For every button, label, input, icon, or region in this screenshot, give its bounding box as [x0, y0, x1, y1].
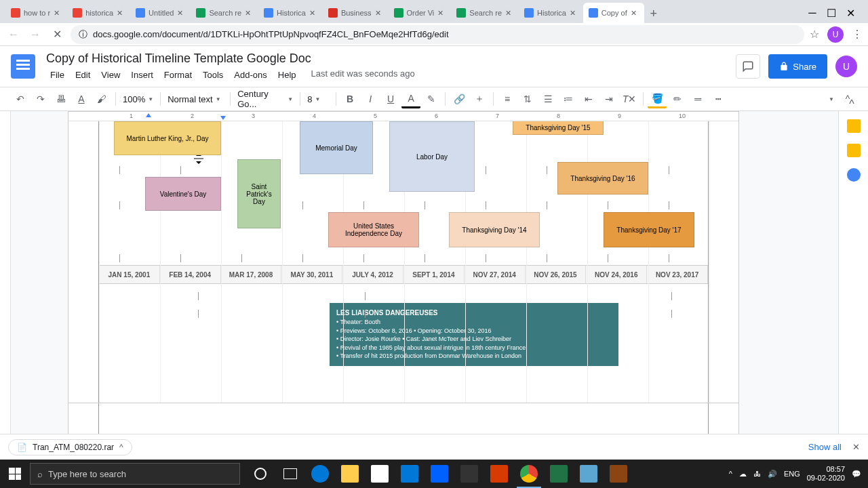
zoom-select[interactable]: 100%▼ — [120, 94, 156, 104]
address-bar[interactable]: ⓘ docs.google.com/document/d/1DTKLi-HpOh… — [71, 25, 804, 44]
numbered-list-button[interactable]: ☰ — [538, 89, 557, 108]
timeline-event[interactable]: Thanksgiving Day '16 — [557, 162, 648, 195]
text-color-button[interactable]: A — [401, 89, 420, 108]
expand-toolbar-button[interactable]: ^ — [844, 96, 860, 113]
tab-close-icon[interactable]: ✕ — [631, 9, 639, 17]
style-select[interactable]: Normal text▼ — [165, 94, 226, 104]
border-color-button[interactable]: ✏ — [668, 89, 687, 108]
browser-tab[interactable]: Search re✕ — [191, 3, 258, 23]
linespacing-button[interactable]: ⇅ — [518, 89, 537, 108]
cortana-icon[interactable] — [245, 460, 275, 488]
minimize-button[interactable]: ─ — [808, 9, 816, 17]
excel-icon[interactable] — [544, 460, 574, 488]
show-all-button[interactable]: Show all — [808, 442, 842, 452]
comments-button[interactable] — [736, 54, 760, 79]
timeline-event[interactable]: Valentine's Day — [145, 177, 221, 211]
chrome-menu-icon[interactable]: ⋮ — [852, 28, 863, 41]
back-button[interactable]: ← — [5, 26, 22, 43]
browser-tab[interactable]: Order Vi✕ — [389, 3, 452, 23]
chevron-up-icon[interactable]: ^ — [119, 443, 123, 452]
indent-marker[interactable] — [146, 113, 151, 117]
tab-close-icon[interactable]: ✕ — [309, 9, 317, 17]
browser-tab[interactable]: how to r✕ — [5, 3, 67, 23]
profile-avatar[interactable]: U — [827, 26, 844, 43]
browser-tab[interactable]: Historica✕ — [519, 3, 583, 23]
app2-icon[interactable] — [604, 460, 633, 488]
timeline-event[interactable]: Thanksgiving Day '15 — [513, 121, 604, 135]
browser-tab[interactable]: Copy of✕ — [583, 3, 644, 23]
redo-button[interactable]: ↷ — [31, 89, 50, 108]
tab-close-icon[interactable]: ✕ — [54, 9, 62, 17]
volume-icon[interactable]: 🔊 — [768, 470, 777, 479]
start-button[interactable] — [0, 460, 30, 488]
menu-view[interactable]: View — [97, 68, 124, 81]
fill-color-button[interactable]: 🪣 — [648, 89, 667, 108]
store-icon[interactable] — [365, 460, 395, 488]
menu-format[interactable]: Format — [160, 68, 196, 81]
indent-button[interactable]: ⇥ — [599, 89, 618, 108]
keep-icon-2[interactable] — [847, 144, 861, 157]
tab-close-icon[interactable]: ✕ — [177, 9, 185, 17]
onedrive-icon[interactable]: ☁ — [739, 470, 747, 479]
align-button[interactable]: ≡ — [498, 89, 517, 108]
dropbox-icon[interactable] — [425, 460, 454, 488]
document-page-2[interactable] — [68, 403, 739, 434]
more-button[interactable]: ▼ — [826, 96, 837, 102]
tray-chevron-icon[interactable]: ^ — [729, 470, 732, 478]
browser-tab[interactable]: Search re✕ — [451, 3, 519, 23]
docs-logo-icon[interactable] — [11, 54, 35, 79]
forward-button[interactable]: → — [27, 26, 43, 43]
menu-edit[interactable]: Edit — [71, 68, 94, 81]
clear-format-button[interactable]: T✕ — [620, 89, 639, 108]
font-select[interactable]: Century Go...▼ — [235, 89, 296, 109]
edge-icon[interactable] — [305, 460, 335, 488]
horizontal-ruler[interactable]: 12345678910 — [68, 112, 738, 121]
notepad-icon[interactable] — [574, 460, 604, 488]
info-box[interactable]: LES LIAISONS DANGEREUSES • Theater: Boot… — [330, 303, 618, 366]
tasks-icon[interactable] — [847, 168, 861, 182]
menu-insert[interactable]: Insert — [127, 68, 157, 81]
italic-button[interactable]: I — [361, 89, 380, 108]
new-tab-button[interactable]: + — [644, 4, 663, 23]
menu-add-ons[interactable]: Add-ons — [230, 68, 271, 81]
document-page[interactable]: 12345678910 JAN 15, 2001FEB 14, 2004MAR … — [68, 111, 739, 434]
tab-close-icon[interactable]: ✕ — [570, 9, 578, 17]
underline-button[interactable]: U — [381, 89, 400, 108]
document-title[interactable]: Copy of Historical Timeline Template Goo… — [46, 52, 415, 66]
share-button[interactable]: Share — [768, 54, 827, 79]
browser-tab[interactable]: Untitled✕ — [130, 3, 191, 23]
timeline-event[interactable]: Thanksgiving Day '17 — [604, 212, 694, 247]
timeline-event[interactable]: United States Independence Day — [328, 212, 419, 247]
network-icon[interactable]: 🖧 — [753, 470, 761, 478]
taskbar-search[interactable]: ⌕ Type here to search — [30, 463, 240, 485]
system-tray[interactable]: ^ ☁ 🖧 🔊 ENG 08:57 09-02-2020 💬 — [722, 460, 868, 488]
timeline-event[interactable]: Saint Patrick's Day — [237, 159, 281, 228]
office-icon[interactable] — [484, 460, 514, 488]
timeline-event[interactable]: Memorial Day — [300, 121, 373, 174]
browser-tab[interactable]: Business✕ — [323, 3, 389, 23]
timeline-event[interactable]: Martin Luther King, Jr., Day — [114, 121, 221, 155]
language-indicator[interactable]: ENG — [784, 470, 800, 478]
tab-close-icon[interactable]: ✕ — [505, 9, 513, 17]
tab-close-icon[interactable]: ✕ — [375, 9, 383, 17]
account-avatar[interactable]: U — [835, 56, 857, 77]
highlight-button[interactable]: ✎ — [422, 89, 441, 108]
paint-format-button[interactable]: 🖌 — [92, 89, 111, 108]
taskview-icon[interactable] — [275, 460, 305, 488]
spellcheck-button[interactable]: A — [72, 89, 91, 108]
undo-button[interactable]: ↶ — [11, 89, 30, 108]
menu-tools[interactable]: Tools — [199, 68, 227, 81]
border-dash-button[interactable]: ┅ — [709, 89, 728, 108]
link-button[interactable]: 🔗 — [450, 89, 469, 108]
keep-icon[interactable] — [847, 119, 861, 133]
menu-file[interactable]: File — [46, 68, 68, 81]
bookmark-icon[interactable]: ☆ — [810, 28, 819, 41]
tab-close-icon[interactable]: ✕ — [245, 9, 253, 17]
menu-help[interactable]: Help — [274, 68, 300, 81]
document-body[interactable]: JAN 15, 2001FEB 14, 2004MAR 17, 2008MAY … — [98, 121, 709, 433]
clock-time[interactable]: 08:57 — [807, 465, 845, 474]
browser-tab[interactable]: historica✕ — [67, 3, 130, 23]
indent-marker-right[interactable] — [220, 116, 226, 120]
timeline-event[interactable]: Thanksgiving Day '14 — [449, 212, 540, 247]
mail-icon[interactable] — [395, 460, 425, 488]
